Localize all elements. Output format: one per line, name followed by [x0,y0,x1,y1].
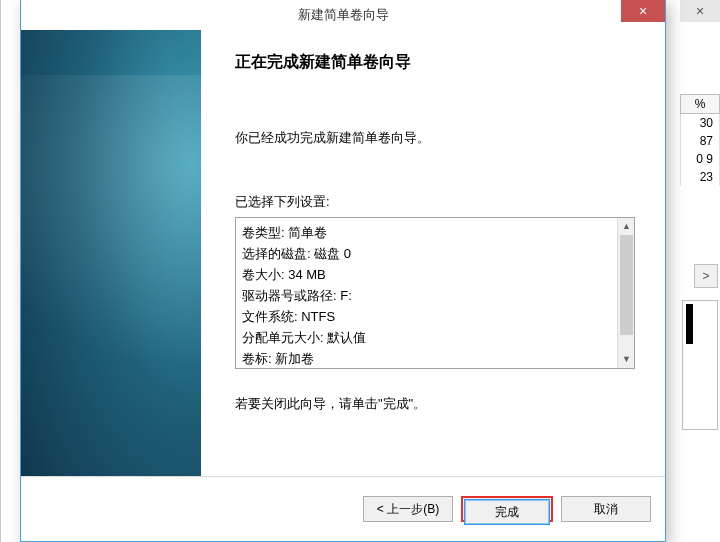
settings-item: 卷大小: 34 MB [242,264,614,285]
scroll-thumb[interactable] [620,235,633,335]
wizard-body: 正在完成新建简单卷向导 你已经成功完成新建简单卷向导。 已选择下列设置: 卷类型… [21,30,665,476]
background-table-cell: 0 9 [680,150,720,168]
background-table-cell: 30 [680,114,720,132]
scroll-down-button[interactable]: ▼ [618,351,635,368]
finish-button-highlight: 完成 [461,496,553,522]
dialog-title: 新建简单卷向导 [21,6,665,24]
settings-item: 选择的磁盘: 磁盘 0 [242,243,614,264]
wizard-intro-text: 你已经成功完成新建简单卷向导。 [235,129,635,147]
wizard-heading: 正在完成新建简单卷向导 [235,52,635,73]
settings-scrollbar[interactable]: ▲ ▼ [617,218,634,368]
settings-item: 分配单元大小: 默认值 [242,327,614,348]
settings-list: 卷类型: 简单卷 选择的磁盘: 磁盘 0 卷大小: 34 MB 驱动器号或路径:… [242,222,614,369]
back-button[interactable]: < 上一步(B) [363,496,453,522]
background-table-cell: 87 [680,132,720,150]
titlebar[interactable]: 新建简单卷向导 × [21,0,665,30]
settings-item: 驱动器号或路径: F: [242,285,614,306]
settings-label: 已选择下列设置: [235,193,635,211]
wizard-content: 正在完成新建简单卷向导 你已经成功完成新建简单卷向导。 已选择下列设置: 卷类型… [201,30,665,476]
settings-item: 卷类型: 简单卷 [242,222,614,243]
close-button[interactable]: × [621,0,665,22]
finish-button[interactable]: 完成 [464,499,550,525]
background-table: % 30 87 0 9 23 [680,94,720,186]
background-table-header[interactable]: % [680,94,720,114]
background-disk-indicator [686,304,693,344]
close-icon: × [639,3,647,19]
wizard-dialog: 新建简单卷向导 × 正在完成新建简单卷向导 你已经成功完成新建简单卷向导。 已选… [20,0,666,542]
scroll-up-button[interactable]: ▲ [618,218,635,235]
settings-listbox[interactable]: 卷类型: 简单卷 选择的磁盘: 磁盘 0 卷大小: 34 MB 驱动器号或路径:… [235,217,635,369]
background-scroll-right-button[interactable]: > [694,264,718,288]
background-disk-panel [682,300,718,430]
wizard-side-image [21,30,201,476]
background-table-cell: 23 [680,168,720,186]
cancel-button[interactable]: 取消 [561,496,651,522]
settings-item: 卷标: 新加卷 [242,348,614,369]
closing-instruction: 若要关闭此向导，请单击"完成"。 [235,395,635,413]
background-close-button[interactable]: × [680,0,720,22]
settings-item: 文件系统: NTFS [242,306,614,327]
